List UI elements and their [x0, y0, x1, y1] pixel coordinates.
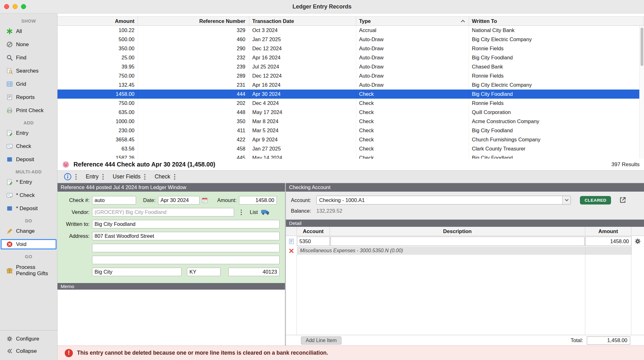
sidebar-item-check[interactable]: Check	[1, 141, 57, 151]
date-field[interactable]: Apr 30 2024	[158, 196, 199, 205]
account-area: Account: Checking - 1000.A1 CLEARED Bala…	[286, 192, 644, 220]
table-row[interactable]: 25.00 232 Apr 16 2024 Auto-Draw Big City…	[57, 53, 644, 62]
state-field[interactable]: KY	[187, 268, 221, 276]
scrollbar-thumb[interactable]	[641, 28, 643, 66]
column-header-transaction-date[interactable]: Transaction Date	[249, 17, 356, 25]
sidebar-item-multi-deposit[interactable]: * Deposit	[1, 203, 57, 214]
check-number-field[interactable]: auto	[92, 196, 136, 205]
sidebar-item-label: Searches	[16, 68, 39, 74]
table-row[interactable]: 132.45 231 Apr 16 2024 Auto-Draw Big Cit…	[57, 80, 644, 90]
kebab-menu-icon[interactable]	[101, 173, 105, 181]
sidebar-item-multi-check[interactable]: * Check	[1, 190, 57, 200]
vendor-list-label[interactable]: List	[250, 209, 258, 215]
line-item-gear-icon[interactable]	[634, 238, 641, 245]
column-header-written-to[interactable]: Written To	[469, 17, 644, 25]
table-row[interactable]: 100.22 329 Oct 3 2024 Accrual National C…	[57, 26, 644, 35]
cell-amount: 25.00	[57, 53, 138, 62]
table-row[interactable]: 39.95 239 Jul 25 2024 Auto-Draw Chased B…	[57, 62, 644, 71]
sidebar-item-none[interactable]: None	[1, 39, 57, 50]
tab-check[interactable]: Check	[155, 173, 170, 180]
zip-field[interactable]: 40123	[228, 268, 280, 276]
table-row[interactable]: 3658.45 422 Apr 9 2024 Check Church Furn…	[57, 135, 644, 144]
external-link-icon[interactable]	[619, 196, 627, 204]
cell-transaction-date: Jul 25 2024	[249, 62, 356, 71]
amount-field[interactable]: 1458.00	[239, 196, 277, 205]
cell-amount: 63.56	[57, 144, 138, 153]
account-dropdown-value: Checking - 1000.A1	[317, 197, 562, 203]
balance-label: Balance:	[291, 208, 316, 214]
kebab-menu-icon[interactable]	[240, 209, 243, 216]
cleared-button[interactable]: CLEARED	[580, 196, 611, 205]
chevron-down-icon	[562, 196, 570, 204]
table-row[interactable]: 350.00 290 Dec 12 2024 Auto-Draw Ronnie …	[57, 44, 644, 53]
table-row[interactable]: 750.00 289 Dec 12 2024 Auto-Draw Ronnie …	[57, 71, 644, 80]
column-header-amount[interactable]: Amount	[57, 17, 138, 25]
memo-field[interactable]	[57, 290, 285, 346]
sidebar-item-entry[interactable]: Entry	[1, 128, 57, 138]
sidebar-item-label: Entry	[16, 130, 29, 136]
city-field[interactable]: Big City	[92, 268, 182, 276]
column-header-type[interactable]: Type	[356, 17, 469, 25]
table-row[interactable]: 63.56 458 Jan 27 2025 Check Clark County…	[57, 144, 644, 153]
table-row[interactable]: 1458.00 444 Apr 30 2024 Check Big City F…	[57, 90, 644, 99]
vendor-field[interactable]: (GROCERY) Big City Foodland	[92, 208, 234, 216]
sidebar-item-void[interactable]: Void	[1, 239, 57, 249]
add-line-item-button[interactable]: Add Line Item	[301, 336, 341, 345]
sidebar-item-find[interactable]: Find	[1, 52, 57, 63]
kebab-menu-icon[interactable]	[74, 173, 78, 181]
address-line2-field[interactable]	[92, 244, 280, 252]
address-line3-field[interactable]	[92, 256, 280, 264]
line-item-amount-field[interactable]: 1458.00	[585, 237, 631, 246]
line-item-doc-icon[interactable]	[288, 238, 294, 244]
sidebar-item-label: Void	[16, 241, 26, 248]
cell-written-to: Big City Foodland	[469, 90, 644, 99]
cell-type: Check	[356, 99, 469, 108]
sidebar-item-change[interactable]: Change	[1, 226, 57, 236]
cell-amount: 500.00	[57, 35, 138, 44]
zoom-button[interactable]	[21, 4, 26, 9]
asterisk-icon	[6, 28, 13, 35]
table-scrollbar[interactable]	[639, 26, 644, 159]
info-icon[interactable]	[64, 173, 72, 181]
minimize-button[interactable]	[13, 4, 18, 9]
cell-type: Check	[356, 108, 469, 117]
kebab-menu-icon[interactable]	[143, 173, 146, 181]
tab-entry[interactable]: Entry	[86, 173, 99, 180]
sidebar-item-all[interactable]: All	[1, 26, 57, 36]
table-row[interactable]: 230.00 411 Mar 5 2024 Check Big City Foo…	[57, 126, 644, 135]
truck-icon[interactable]	[261, 209, 270, 215]
tab-user-fields[interactable]: User Fields	[113, 173, 141, 180]
sidebar-item-print-check[interactable]: Print Check	[1, 105, 57, 116]
column-header-reference-number[interactable]: Reference Number	[138, 17, 249, 25]
address-line1-field[interactable]: 807 East Woodford Street	[92, 232, 280, 240]
sidebar-item-multi-entry[interactable]: * Entry	[1, 177, 57, 187]
sidebar-item-searches[interactable]: Searches	[1, 66, 57, 76]
table-row[interactable]: 1000.00 350 Mar 8 2024 Check Acme Constr…	[57, 117, 644, 126]
sidebar-item-grid[interactable]: Grid	[1, 79, 57, 89]
kebab-menu-icon[interactable]	[173, 173, 176, 181]
close-button[interactable]	[4, 4, 9, 9]
cell-reference-number: 232	[138, 53, 249, 62]
line-item-account-field[interactable]: 5350	[297, 237, 330, 246]
account-dropdown[interactable]: Checking - 1000.A1	[316, 196, 571, 205]
delete-line-item-icon[interactable]	[288, 248, 294, 254]
line-item-row[interactable]: 5350 1458.00	[286, 236, 644, 247]
line-item-description-field[interactable]	[330, 237, 585, 246]
table-row[interactable]: 635.00 448 May 17 2024 Check Quill Corpo…	[57, 108, 644, 117]
table-row[interactable]: 500.00 460 Jan 27 2025 Auto-Draw Big Cit…	[57, 35, 644, 44]
sidebar-item-process-pending-gifts[interactable]: Process Pending Gifts	[1, 262, 57, 279]
written-to-field[interactable]: Big City Foodland	[92, 220, 280, 228]
table-row[interactable]: 1587.26 445 May 14 2024 Check Big City F…	[57, 153, 644, 159]
cell-transaction-date: Dec 4 2024	[249, 99, 356, 108]
sidebar-item-deposit[interactable]: Deposit	[1, 154, 57, 165]
table-row[interactable]: 750.00 202 Dec 4 2024 Check Ronnie Field…	[57, 99, 644, 108]
sidebar-item-collapse[interactable]: Collapse	[1, 346, 57, 356]
sidebar-item-reports[interactable]: Reports	[1, 92, 57, 102]
cell-reference-number: 239	[138, 62, 249, 71]
cell-written-to: Church Furnishings Company	[469, 135, 644, 144]
sidebar-item-configure[interactable]: Configure	[1, 334, 57, 344]
calendar-icon[interactable]	[201, 197, 208, 204]
checking-account-panel: Checking Account Account: Checking - 100…	[286, 183, 644, 346]
address-label: Address:	[60, 233, 90, 239]
cell-reference-number: 460	[138, 35, 249, 44]
